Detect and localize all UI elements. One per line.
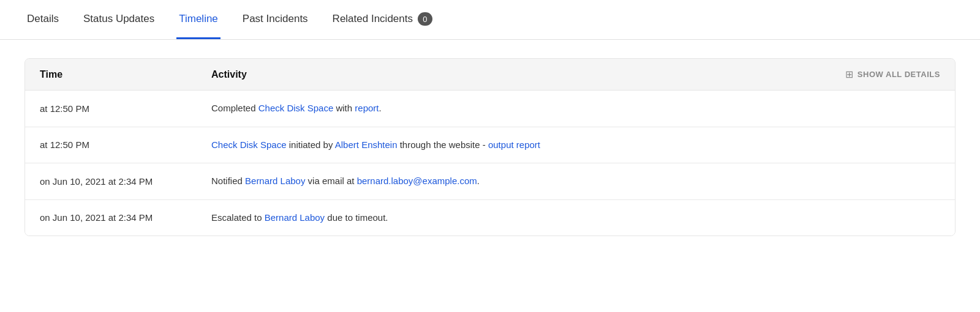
activity-link[interactable]: output report — [488, 139, 540, 150]
activity-link[interactable]: Check Disk Space — [211, 139, 287, 150]
time-cell-2: on Jun 10, 2021 at 2:34 PM — [40, 176, 211, 187]
tab-badge-related-incidents: 0 — [418, 12, 432, 26]
activity-link[interactable]: Bernard Laboy — [245, 176, 305, 186]
activity-cell-1: Check Disk Space initiated by Albert Ens… — [211, 138, 940, 152]
tab-details[interactable]: Details — [24, 1, 61, 39]
table-body: at 12:50 PMCompleted Check Disk Space wi… — [25, 91, 955, 236]
tab-label-details: Details — [27, 13, 59, 25]
col-header-activity: Activity — [211, 69, 845, 80]
activity-link[interactable]: Albert Enshtein — [335, 139, 398, 150]
show-all-label: SHOW ALL DETAILS — [858, 70, 940, 79]
tab-label-related-incidents: Related Incidents — [333, 13, 413, 25]
tab-timeline[interactable]: Timeline — [176, 1, 221, 39]
tab-status-updates[interactable]: Status Updates — [81, 1, 157, 39]
table-wrapper: Time Activity ⊞ SHOW ALL DETAILS at 12:5… — [24, 58, 956, 236]
col-header-time: Time — [40, 69, 211, 80]
tab-past-incidents[interactable]: Past Incidents — [240, 1, 311, 39]
plus-icon: ⊞ — [845, 69, 854, 80]
activity-link[interactable]: Check Disk Space — [258, 103, 334, 113]
activity-link[interactable]: Bernard Laboy — [265, 212, 325, 223]
table-header: Time Activity ⊞ SHOW ALL DETAILS — [25, 59, 955, 91]
table-row: at 12:50 PMCheck Disk Space initiated by… — [25, 127, 955, 164]
activity-link[interactable]: bernard.laboy@example.com — [357, 176, 477, 186]
tabs-container: DetailsStatus UpdatesTimelinePast Incide… — [0, 0, 980, 40]
table-row: on Jun 10, 2021 at 2:34 PMNotified Berna… — [25, 163, 955, 200]
tab-label-past-incidents: Past Incidents — [243, 13, 308, 25]
activity-cell-2: Notified Bernard Laboy via email at bern… — [211, 174, 940, 188]
content: Time Activity ⊞ SHOW ALL DETAILS at 12:5… — [0, 40, 980, 236]
activity-cell-0: Completed Check Disk Space with report. — [211, 102, 940, 116]
time-cell-1: at 12:50 PM — [40, 139, 211, 150]
show-all-button[interactable]: ⊞ SHOW ALL DETAILS — [845, 69, 940, 80]
time-cell-3: on Jun 10, 2021 at 2:34 PM — [40, 212, 211, 223]
tab-label-timeline: Timeline — [179, 13, 218, 25]
activity-cell-3: Escalated to Bernard Laboy due to timeou… — [211, 211, 940, 225]
tab-label-status-updates: Status Updates — [83, 13, 154, 25]
tab-related-incidents[interactable]: Related Incidents0 — [330, 0, 435, 40]
time-cell-0: at 12:50 PM — [40, 103, 211, 114]
table-row: on Jun 10, 2021 at 2:34 PMEscalated to B… — [25, 200, 955, 236]
table-row: at 12:50 PMCompleted Check Disk Space wi… — [25, 91, 955, 127]
activity-link[interactable]: report — [355, 103, 379, 113]
